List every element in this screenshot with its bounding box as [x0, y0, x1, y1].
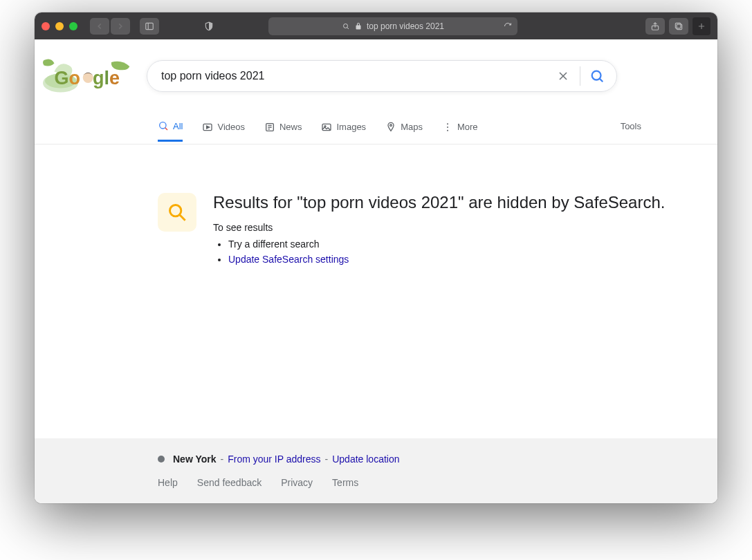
tab-all[interactable]: All — [158, 120, 183, 142]
svg-point-29 — [447, 123, 448, 124]
tab-maps-label: Maps — [401, 122, 423, 132]
sidebar-button[interactable] — [140, 18, 159, 35]
divider — [580, 66, 580, 86]
svg-point-30 — [447, 127, 448, 128]
maximize-window-button[interactable] — [69, 22, 77, 30]
search-button[interactable] — [583, 68, 611, 84]
search-box — [147, 60, 617, 92]
feedback-link[interactable]: Send feedback — [197, 477, 262, 488]
svg-rect-6 — [675, 23, 681, 28]
shield-button[interactable] — [199, 18, 219, 35]
tab-all-label: All — [173, 121, 183, 131]
update-safesearch-link[interactable]: Update SafeSearch settings — [228, 254, 349, 265]
search-input[interactable] — [147, 70, 549, 82]
tab-maps[interactable]: Maps — [385, 122, 423, 141]
address-text: top porn videos 2021 — [367, 21, 444, 31]
browser-window: top porn videos 2021 — [35, 12, 717, 503]
svg-point-31 — [447, 129, 448, 131]
safesearch-notice: Results for "top porn videos 2021" are h… — [35, 144, 717, 269]
help-link[interactable]: Help — [158, 477, 178, 488]
svg-line-17 — [600, 79, 603, 82]
location-dot-icon — [158, 456, 165, 463]
terms-link[interactable]: Terms — [332, 477, 358, 488]
svg-text:gle: gle — [93, 68, 120, 88]
suggestion-try-different: Try a different search — [228, 239, 665, 250]
tab-images[interactable]: Images — [321, 122, 366, 141]
svg-line-33 — [180, 215, 185, 221]
close-window-button[interactable] — [42, 22, 50, 30]
window-controls — [42, 22, 77, 30]
svg-point-2 — [343, 24, 347, 28]
svg-rect-0 — [146, 23, 154, 29]
svg-line-3 — [347, 27, 349, 28]
update-location-link[interactable]: Update location — [332, 454, 399, 465]
address-bar[interactable]: top porn videos 2021 — [268, 17, 517, 35]
tools-button[interactable]: Tools — [621, 121, 641, 140]
safesearch-heading: Results for "top porn videos 2021" are h… — [213, 193, 665, 212]
location-text: New York — [173, 454, 217, 465]
page-content: Go gle — [35, 39, 717, 503]
safesearch-sub: To see results — [213, 222, 665, 233]
tab-news-label: News — [279, 122, 302, 132]
svg-point-16 — [592, 71, 601, 80]
tab-videos-label: Videos — [217, 122, 245, 132]
footer: New York - From your IP address - Update… — [35, 438, 717, 503]
safari-toolbar: top porn videos 2021 — [35, 12, 717, 39]
tab-videos[interactable]: Videos — [202, 122, 245, 141]
search-icon — [342, 22, 350, 30]
magnifier-icon — [158, 193, 196, 232]
tab-more-label: More — [457, 122, 478, 132]
search-header: Go gle — [35, 39, 717, 100]
from-ip-link[interactable]: From your IP address — [228, 454, 320, 465]
minimize-window-button[interactable] — [55, 22, 64, 30]
result-tabs: All Videos News Images Maps More — [35, 117, 717, 144]
reload-icon[interactable] — [504, 22, 512, 30]
privacy-link[interactable]: Privacy — [281, 477, 313, 488]
google-logo[interactable]: Go gle — [35, 52, 145, 100]
new-tab-button[interactable] — [693, 17, 710, 35]
svg-point-28 — [390, 124, 392, 127]
forward-button[interactable] — [111, 18, 130, 35]
tab-more[interactable]: More — [442, 122, 478, 141]
svg-marker-21 — [207, 126, 210, 129]
tab-news[interactable]: News — [264, 122, 302, 141]
clear-search-button[interactable] — [549, 69, 577, 83]
back-button[interactable] — [90, 18, 109, 35]
svg-text:Go: Go — [55, 68, 81, 88]
tab-images-label: Images — [336, 122, 366, 132]
lock-icon — [354, 22, 363, 30]
svg-point-32 — [170, 205, 181, 216]
svg-line-19 — [165, 128, 167, 130]
svg-point-18 — [160, 122, 166, 129]
tools-label: Tools — [621, 121, 641, 131]
svg-rect-5 — [677, 24, 682, 30]
share-button[interactable] — [645, 18, 665, 35]
tabs-button[interactable] — [669, 18, 688, 35]
